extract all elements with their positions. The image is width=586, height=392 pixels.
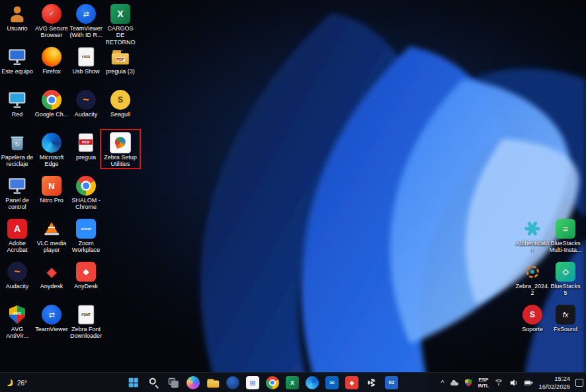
desktop-icon-zebra-2024-2[interactable]: Zebra_2024.2 <box>516 262 549 297</box>
desktop-icon-teamviewer[interactable]: ⇄TeamViewer <box>34 305 69 333</box>
desktop-icon-fxsound[interactable]: fxFxSound <box>549 305 582 333</box>
desktop-icon-nitro-pro[interactable]: NNitro Pro <box>34 176 69 204</box>
desktop-icon-label: AVG Secure Browser <box>34 25 69 39</box>
desktop-icon-label: Microsoft Edge <box>34 154 69 168</box>
excel-file-icon: X <box>110 4 130 24</box>
desktop-icon-label: SHALOM - Chrome <box>69 197 103 211</box>
anydesk-icon: ◆ <box>42 262 62 282</box>
file-explorer-button[interactable] <box>205 375 221 391</box>
desktop-icon-firefox[interactable]: Firefox <box>34 47 69 75</box>
settings-button[interactable] <box>364 375 380 391</box>
avg-tray-icon[interactable] <box>464 379 473 387</box>
desktop-icon-label: Audacity <box>6 283 29 290</box>
onedrive-cloud-icon[interactable] <box>450 378 459 387</box>
desktop-icon-anydesk[interactable]: ◆AnyDesk <box>69 262 103 290</box>
desktop-icon-preguia[interactable]: PDFpreguia <box>69 133 103 161</box>
desktop-icon-usuario[interactable]: Usuario <box>0 4 34 32</box>
desktop-icon-red[interactable]: Red <box>0 90 34 118</box>
desktop-icon-label: Usuario <box>7 25 27 32</box>
desktop-icon-teamviewer-with-id-r[interactable]: ⇄TeamViewer (With ID R... <box>69 4 103 39</box>
outlook-button[interactable]: ✉ <box>324 375 340 391</box>
zebra-font-downloader-icon: FONT <box>76 305 96 325</box>
language-indicator[interactable]: ESP INTL <box>478 377 489 389</box>
chrome-button[interactable] <box>265 375 280 391</box>
network-icon <box>7 90 27 110</box>
desktop-icon-avg-secure-browser[interactable]: ✓AVG Secure Browser <box>34 4 69 39</box>
anydesk-icon: ◆ <box>345 376 358 389</box>
control-panel-icon <box>7 176 27 196</box>
task-view-button[interactable] <box>165 375 181 391</box>
start-button[interactable] <box>126 375 142 391</box>
desktop-icon-label: VLC media player <box>34 240 69 254</box>
desktop-icon-panel-de-control[interactable]: Panel de control <box>0 176 34 211</box>
desktop-icon-label: Usb Show <box>72 68 99 75</box>
desktop-icon-papelera-de-reciclaje[interactable]: ↻Papelera de reciclaje <box>0 133 34 168</box>
zebra-setup-utilities-icon <box>110 133 130 153</box>
search-button[interactable] <box>146 375 161 391</box>
desktop-icon-label: BlueStacks Multi-Insta... <box>549 240 582 254</box>
tray-chevron-icon[interactable]: ^ <box>441 379 444 387</box>
copilot-button[interactable] <box>185 375 201 391</box>
search-icon <box>147 376 160 389</box>
clock[interactable]: 15:24 16/02/2026 <box>538 375 570 391</box>
notifications-icon[interactable] <box>575 379 583 387</box>
desktop-icon-preguia-3[interactable]: PDFpreguia (3) <box>103 47 138 75</box>
taskbar-app-buttons: ⊞X✉◆02 <box>126 373 399 392</box>
desktop-icon-label: Zebra Setup Utilities <box>103 154 138 168</box>
desktop-icon-label: FxSound <box>554 326 577 333</box>
desktop-icon-adobe-acrobat[interactable]: AAdobe Acrobat <box>0 219 34 254</box>
store-button[interactable]: ⊞ <box>245 375 261 391</box>
weather-widget[interactable]: 26° <box>5 373 27 392</box>
desktop-icon-authenticator[interactable]: Authenticator <box>516 219 549 254</box>
blue-app-button[interactable] <box>225 375 241 391</box>
desktop-icon-shalom-chrome[interactable]: SHALOM - Chrome <box>69 176 103 211</box>
desktop-icon-label: Firefox <box>42 68 61 75</box>
battery-icon[interactable] <box>523 378 533 388</box>
anydesk-icon: ◆ <box>76 262 96 282</box>
desktop-icon-cargos-de-retorno[interactable]: XCARGOS DE RETORNO ... <box>103 4 138 52</box>
firefox-icon <box>42 47 62 67</box>
audacity-icon: ~ <box>76 90 96 110</box>
desktop-icon-soporte[interactable]: SSoporte <box>516 305 549 333</box>
teamviewer-icon: ⇄ <box>76 4 96 24</box>
desktop-icon-bluestacks-5[interactable]: ◇BlueStacks 5 <box>549 262 582 297</box>
vlc-icon <box>42 219 62 239</box>
desktop-icon-label: Red <box>12 111 23 118</box>
desktop-icon-label: Authenticator <box>515 240 550 254</box>
desktop-icon-seagull[interactable]: SSeagull <box>103 90 138 118</box>
pdf-file-icon: PDF <box>76 133 96 153</box>
desktop-icon-avg-antivir[interactable]: AVGAVG AntiVir... <box>0 305 34 340</box>
desktop-icon-usb-show[interactable]: USBUsb Show <box>69 47 103 75</box>
edge-button[interactable] <box>304 375 320 391</box>
task-view-icon <box>167 376 180 389</box>
adobe-acrobat-icon: A <box>7 219 27 239</box>
google-chrome-icon <box>266 376 279 389</box>
desktop-icon-label: Audacity <box>75 111 98 118</box>
volume-icon[interactable] <box>509 378 518 387</box>
soporte-icon: S <box>523 305 542 325</box>
usb-show-icon: USB <box>76 47 96 67</box>
desktop-icon-este-equipo[interactable]: Este equipo <box>0 47 34 75</box>
desktop-icon-label: Este equipo <box>1 68 33 75</box>
excel-button[interactable]: X <box>284 375 300 391</box>
outlook-icon: ✉ <box>325 376 339 389</box>
desktop-icon-zebra-font-downloader[interactable]: FONTZebra Font Downloader <box>69 305 103 340</box>
teamviewer-icon: ⇄ <box>42 305 62 325</box>
desktop-icon-audacity[interactable]: ~Audacity <box>69 90 103 118</box>
desktop-icon-zoom-workplace[interactable]: zoomZoom Workplace <box>69 219 103 254</box>
zebra-utility-icon <box>523 262 542 282</box>
app-02-button[interactable]: 02 <box>384 375 399 391</box>
desktop-icon-microsoft-edge[interactable]: Microsoft Edge <box>34 133 69 168</box>
desktop-icon-audacity[interactable]: ~Audacity <box>0 262 34 290</box>
red-app-button[interactable]: ◆ <box>344 375 360 391</box>
desktop-icon-zebra-setup-utilities[interactable]: Zebra Setup Utilities <box>103 133 138 168</box>
desktop-icon-label: AnyDesk <box>74 283 98 290</box>
desktop-icon-anydesk[interactable]: ◆Anydesk <box>34 262 69 290</box>
desktop-icon-label: Zebra_2024.2 <box>515 283 550 297</box>
desktop-icon-vlc-media-player[interactable]: VLC media player <box>34 219 69 254</box>
desktop-icon-google-ch[interactable]: Google Ch... <box>34 90 69 118</box>
desktop-icon-label: BlueStacks 5 <box>549 283 582 297</box>
desktop-icon-bluestacks-multi-insta[interactable]: ≡BlueStacks Multi-Insta... <box>549 219 582 254</box>
wifi-icon[interactable] <box>494 378 503 387</box>
desktop-icon-label: Soporte <box>522 326 543 333</box>
